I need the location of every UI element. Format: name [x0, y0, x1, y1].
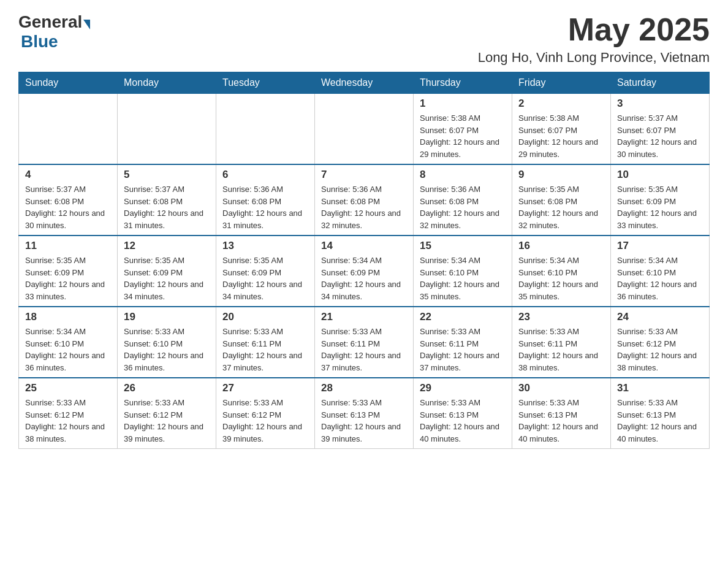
day-number: 27: [222, 382, 308, 394]
day-number: 28: [321, 382, 407, 394]
day-number: 5: [124, 169, 210, 181]
table-row: 25Sunrise: 5:33 AMSunset: 6:12 PMDayligh…: [19, 378, 118, 449]
table-row: 27Sunrise: 5:33 AMSunset: 6:12 PMDayligh…: [216, 378, 315, 449]
day-number: 16: [518, 240, 604, 252]
day-number: 1: [420, 98, 506, 110]
day-info: Sunrise: 5:34 AMSunset: 6:09 PMDaylight:…: [321, 255, 407, 302]
day-info: Sunrise: 5:34 AMSunset: 6:10 PMDaylight:…: [518, 255, 604, 302]
table-row: 13Sunrise: 5:35 AMSunset: 6:09 PMDayligh…: [216, 236, 315, 307]
day-info: Sunrise: 5:33 AMSunset: 6:11 PMDaylight:…: [222, 326, 308, 373]
day-number: 18: [25, 311, 111, 323]
col-monday: Monday: [118, 72, 216, 94]
table-row: 2Sunrise: 5:38 AMSunset: 6:07 PMDaylight…: [512, 94, 611, 165]
table-row: 3Sunrise: 5:37 AMSunset: 6:07 PMDaylight…: [611, 94, 710, 165]
day-info: Sunrise: 5:37 AMSunset: 6:07 PMDaylight:…: [617, 112, 703, 160]
calendar-week-row: 1Sunrise: 5:38 AMSunset: 6:07 PMDaylight…: [19, 94, 710, 165]
col-saturday: Saturday: [611, 72, 710, 94]
table-row: 16Sunrise: 5:34 AMSunset: 6:10 PMDayligh…: [512, 236, 611, 307]
table-row: 17Sunrise: 5:34 AMSunset: 6:10 PMDayligh…: [611, 236, 710, 307]
logo-blue: Blue: [21, 32, 58, 51]
calendar-week-row: 4Sunrise: 5:37 AMSunset: 6:08 PMDaylight…: [19, 164, 710, 236]
table-row: 10Sunrise: 5:35 AMSunset: 6:09 PMDayligh…: [611, 164, 710, 236]
day-number: 7: [321, 169, 407, 181]
day-number: 2: [518, 98, 604, 110]
day-info: Sunrise: 5:38 AMSunset: 6:07 PMDaylight:…: [518, 112, 604, 160]
day-info: Sunrise: 5:33 AMSunset: 6:12 PMDaylight:…: [222, 397, 308, 445]
table-row: 19Sunrise: 5:33 AMSunset: 6:10 PMDayligh…: [118, 307, 216, 378]
day-number: 14: [321, 240, 407, 252]
logo-general: General: [18, 12, 82, 32]
day-number: 12: [124, 240, 210, 252]
col-friday: Friday: [512, 72, 611, 94]
table-row: 24Sunrise: 5:33 AMSunset: 6:12 PMDayligh…: [611, 307, 710, 378]
table-row: [315, 94, 414, 165]
day-info: Sunrise: 5:33 AMSunset: 6:13 PMDaylight:…: [420, 397, 506, 445]
calendar-header-row: Sunday Monday Tuesday Wednesday Thursday…: [19, 72, 710, 94]
table-row: 21Sunrise: 5:33 AMSunset: 6:11 PMDayligh…: [315, 307, 414, 378]
table-row: [19, 94, 118, 165]
table-row: [216, 94, 315, 165]
table-row: 12Sunrise: 5:35 AMSunset: 6:09 PMDayligh…: [118, 236, 216, 307]
day-number: 21: [321, 311, 407, 323]
day-number: 17: [617, 240, 703, 252]
day-number: 6: [222, 169, 308, 181]
day-number: 22: [420, 311, 506, 323]
day-info: Sunrise: 5:33 AMSunset: 6:11 PMDaylight:…: [321, 326, 407, 373]
day-info: Sunrise: 5:36 AMSunset: 6:08 PMDaylight:…: [420, 183, 506, 231]
day-info: Sunrise: 5:33 AMSunset: 6:10 PMDaylight:…: [124, 326, 210, 373]
title-area: May 2025 Long Ho, Vinh Long Province, Vi…: [478, 12, 710, 66]
day-info: Sunrise: 5:37 AMSunset: 6:08 PMDaylight:…: [25, 183, 111, 231]
day-number: 3: [617, 98, 703, 110]
day-info: Sunrise: 5:33 AMSunset: 6:12 PMDaylight:…: [124, 397, 210, 445]
table-row: 4Sunrise: 5:37 AMSunset: 6:08 PMDaylight…: [19, 164, 118, 236]
col-tuesday: Tuesday: [216, 72, 315, 94]
day-info: Sunrise: 5:33 AMSunset: 6:12 PMDaylight:…: [25, 397, 111, 445]
day-number: 25: [25, 382, 111, 394]
day-info: Sunrise: 5:35 AMSunset: 6:09 PMDaylight:…: [124, 255, 210, 302]
table-row: 31Sunrise: 5:33 AMSunset: 6:13 PMDayligh…: [611, 378, 710, 449]
day-number: 8: [420, 169, 506, 181]
logo: General Blue: [18, 12, 91, 52]
table-row: 8Sunrise: 5:36 AMSunset: 6:08 PMDaylight…: [414, 164, 512, 236]
calendar-week-row: 25Sunrise: 5:33 AMSunset: 6:12 PMDayligh…: [19, 378, 710, 449]
day-number: 20: [222, 311, 308, 323]
calendar-week-row: 11Sunrise: 5:35 AMSunset: 6:09 PMDayligh…: [19, 236, 710, 307]
month-title: May 2025: [478, 12, 710, 47]
table-row: 20Sunrise: 5:33 AMSunset: 6:11 PMDayligh…: [216, 307, 315, 378]
day-info: Sunrise: 5:33 AMSunset: 6:13 PMDaylight:…: [617, 397, 703, 445]
location-text: Long Ho, Vinh Long Province, Vietnam: [478, 50, 710, 66]
day-info: Sunrise: 5:33 AMSunset: 6:11 PMDaylight:…: [420, 326, 506, 373]
day-number: 23: [518, 311, 604, 323]
calendar-table: Sunday Monday Tuesday Wednesday Thursday…: [18, 72, 710, 449]
col-wednesday: Wednesday: [315, 72, 414, 94]
table-row: 30Sunrise: 5:33 AMSunset: 6:13 PMDayligh…: [512, 378, 611, 449]
day-number: 30: [518, 382, 604, 394]
table-row: 7Sunrise: 5:36 AMSunset: 6:08 PMDaylight…: [315, 164, 414, 236]
day-info: Sunrise: 5:36 AMSunset: 6:08 PMDaylight:…: [321, 183, 407, 231]
table-row: [118, 94, 216, 165]
table-row: 22Sunrise: 5:33 AMSunset: 6:11 PMDayligh…: [414, 307, 512, 378]
day-info: Sunrise: 5:35 AMSunset: 6:09 PMDaylight:…: [222, 255, 308, 302]
day-info: Sunrise: 5:35 AMSunset: 6:09 PMDaylight:…: [617, 183, 703, 231]
day-info: Sunrise: 5:33 AMSunset: 6:13 PMDaylight:…: [518, 397, 604, 445]
table-row: 26Sunrise: 5:33 AMSunset: 6:12 PMDayligh…: [118, 378, 216, 449]
day-number: 19: [124, 311, 210, 323]
day-number: 29: [420, 382, 506, 394]
table-row: 23Sunrise: 5:33 AMSunset: 6:11 PMDayligh…: [512, 307, 611, 378]
day-number: 31: [617, 382, 703, 394]
day-number: 15: [420, 240, 506, 252]
day-info: Sunrise: 5:36 AMSunset: 6:08 PMDaylight:…: [222, 183, 308, 231]
table-row: 29Sunrise: 5:33 AMSunset: 6:13 PMDayligh…: [414, 378, 512, 449]
table-row: 14Sunrise: 5:34 AMSunset: 6:09 PMDayligh…: [315, 236, 414, 307]
page-header: General Blue May 2025 Long Ho, Vinh Long…: [18, 12, 710, 66]
day-info: Sunrise: 5:35 AMSunset: 6:09 PMDaylight:…: [25, 255, 111, 302]
day-info: Sunrise: 5:33 AMSunset: 6:11 PMDaylight:…: [518, 326, 604, 373]
table-row: 6Sunrise: 5:36 AMSunset: 6:08 PMDaylight…: [216, 164, 315, 236]
table-row: 11Sunrise: 5:35 AMSunset: 6:09 PMDayligh…: [19, 236, 118, 307]
col-sunday: Sunday: [19, 72, 118, 94]
day-info: Sunrise: 5:38 AMSunset: 6:07 PMDaylight:…: [420, 112, 506, 160]
table-row: 15Sunrise: 5:34 AMSunset: 6:10 PMDayligh…: [414, 236, 512, 307]
day-number: 10: [617, 169, 703, 181]
table-row: 28Sunrise: 5:33 AMSunset: 6:13 PMDayligh…: [315, 378, 414, 449]
day-info: Sunrise: 5:35 AMSunset: 6:08 PMDaylight:…: [518, 183, 604, 231]
